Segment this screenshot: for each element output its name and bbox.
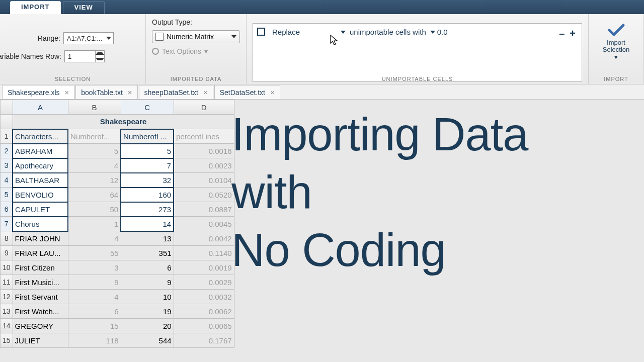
- column-name-cell[interactable]: percentLines: [174, 129, 234, 144]
- data-cell[interactable]: 5: [68, 144, 121, 158]
- data-cell[interactable]: 9: [68, 275, 121, 290]
- data-cell[interactable]: 0.0042: [174, 231, 234, 246]
- column-name-cell[interactable]: Characters...: [13, 129, 68, 144]
- column-name-cell[interactable]: Numberof...: [68, 129, 121, 144]
- data-cell[interactable]: 0.0045: [174, 217, 234, 231]
- row-header[interactable]: 8: [1, 231, 13, 246]
- data-cell[interactable]: 544: [121, 333, 174, 348]
- data-cell[interactable]: 0.0032: [174, 290, 234, 304]
- data-cell[interactable]: 3: [68, 260, 121, 275]
- data-cell[interactable]: 12: [68, 173, 121, 188]
- data-cell[interactable]: First Watch...: [13, 304, 68, 319]
- column-header[interactable]: D: [174, 100, 234, 115]
- close-icon[interactable]: ×: [128, 88, 132, 97]
- data-cell[interactable]: First Citizen: [13, 260, 68, 275]
- spin-down-icon[interactable]: [96, 56, 104, 62]
- data-cell[interactable]: ABRAHAM: [13, 144, 68, 158]
- data-cell[interactable]: 0.0065: [174, 319, 234, 333]
- tab-view[interactable]: VIEW: [63, 1, 105, 14]
- replace-target-dropdown[interactable]: unimportable cells with: [348, 28, 435, 36]
- row-header[interactable]: 12: [1, 290, 13, 304]
- data-cell[interactable]: First Servant: [13, 290, 68, 304]
- data-cell[interactable]: CAPULET: [13, 202, 68, 217]
- row-header[interactable]: 7: [1, 217, 13, 231]
- file-tab[interactable]: sheepDataSet.txt×: [139, 85, 213, 99]
- data-cell[interactable]: 19: [121, 304, 174, 319]
- spin-up-icon[interactable]: [96, 51, 104, 56]
- data-cell[interactable]: 0.0887: [174, 202, 234, 217]
- row-header[interactable]: 14: [1, 319, 13, 333]
- data-cell[interactable]: GREGORY: [13, 319, 68, 333]
- data-cell[interactable]: 0.0016: [174, 144, 234, 158]
- column-header[interactable]: B: [68, 100, 121, 115]
- column-header[interactable]: C: [121, 100, 174, 115]
- data-cell[interactable]: 118: [68, 333, 121, 348]
- close-icon[interactable]: ×: [270, 88, 275, 97]
- data-cell[interactable]: 64: [68, 188, 121, 202]
- data-cell[interactable]: JULIET: [13, 333, 68, 348]
- data-cell[interactable]: 0.0104: [174, 173, 234, 188]
- data-cell[interactable]: 4: [68, 231, 121, 246]
- range-combo[interactable]: A1:A7,C1:...: [63, 32, 114, 44]
- data-cell[interactable]: FRIAR LAU...: [13, 246, 68, 260]
- file-tab[interactable]: SetDataSet.txt×: [214, 85, 280, 99]
- replace-value-field[interactable]: 0.0: [437, 28, 467, 36]
- row-header[interactable]: 2: [1, 144, 13, 158]
- row-header[interactable]: 3: [1, 158, 13, 173]
- data-cell[interactable]: 1: [68, 217, 121, 231]
- row-header[interactable]: 4: [1, 173, 13, 188]
- data-cell[interactable]: BENVOLIO: [13, 188, 68, 202]
- row-header[interactable]: 15: [1, 333, 13, 348]
- data-cell[interactable]: BALTHASAR: [13, 173, 68, 188]
- data-cell[interactable]: First Musici...: [13, 275, 68, 290]
- varnames-spinner[interactable]: 1: [64, 50, 105, 62]
- close-icon[interactable]: ×: [65, 88, 69, 97]
- data-cell[interactable]: 55: [68, 246, 121, 260]
- import-selection-button[interactable]: ImportSelection ▾: [595, 18, 637, 66]
- data-cell[interactable]: 13: [121, 231, 174, 246]
- data-cell[interactable]: 32: [121, 173, 174, 188]
- data-cell[interactable]: Apothecary: [13, 158, 68, 173]
- data-cell[interactable]: 15: [68, 319, 121, 333]
- data-cell[interactable]: 0.1140: [174, 246, 234, 260]
- add-rule-button[interactable]: +: [570, 28, 576, 39]
- replace-checkbox[interactable]: [257, 28, 265, 36]
- data-cell[interactable]: 0.0062: [174, 304, 234, 319]
- data-cell[interactable]: 20: [121, 319, 174, 333]
- data-cell[interactable]: 7: [121, 158, 174, 173]
- output-type-dropdown[interactable]: Numeric Matrix: [152, 30, 240, 43]
- file-tab[interactable]: Shakespeare.xls×: [2, 85, 74, 99]
- row-header[interactable]: 1: [1, 129, 13, 144]
- data-cell[interactable]: 6: [68, 304, 121, 319]
- data-cell[interactable]: 160: [121, 188, 174, 202]
- data-cell[interactable]: 0.1767: [174, 333, 234, 348]
- data-cell[interactable]: 273: [121, 202, 174, 217]
- data-table[interactable]: ABCDShakespeare1Characters...Numberof...…: [0, 100, 234, 348]
- row-header[interactable]: 10: [1, 260, 13, 275]
- replace-action-dropdown[interactable]: Replace: [270, 28, 346, 36]
- file-tab[interactable]: bookTable.txt×: [75, 85, 137, 99]
- data-cell[interactable]: 10: [121, 290, 174, 304]
- close-icon[interactable]: ×: [203, 88, 208, 97]
- data-cell[interactable]: 0.0023: [174, 158, 234, 173]
- remove-rule-button[interactable]: –: [559, 28, 565, 39]
- column-header[interactable]: A: [13, 100, 68, 115]
- data-cell[interactable]: FRIAR JOHN: [13, 231, 68, 246]
- data-cell[interactable]: 6: [121, 260, 174, 275]
- data-cell[interactable]: 9: [121, 275, 174, 290]
- column-name-cell[interactable]: NumberofL...: [121, 129, 174, 144]
- row-header[interactable]: 5: [1, 188, 13, 202]
- data-cell[interactable]: 5: [121, 144, 174, 158]
- row-header[interactable]: 6: [1, 202, 13, 217]
- row-header[interactable]: 13: [1, 304, 13, 319]
- data-cell[interactable]: 4: [68, 158, 121, 173]
- data-cell[interactable]: 14: [121, 217, 174, 231]
- data-cell[interactable]: 0.0019: [174, 260, 234, 275]
- tab-import[interactable]: IMPORT: [10, 1, 61, 14]
- data-cell[interactable]: 351: [121, 246, 174, 260]
- data-cell[interactable]: 4: [68, 290, 121, 304]
- row-header[interactable]: 9: [1, 246, 13, 260]
- data-cell[interactable]: 50: [68, 202, 121, 217]
- data-cell[interactable]: 0.0520: [174, 188, 234, 202]
- data-cell[interactable]: 0.0029: [174, 275, 234, 290]
